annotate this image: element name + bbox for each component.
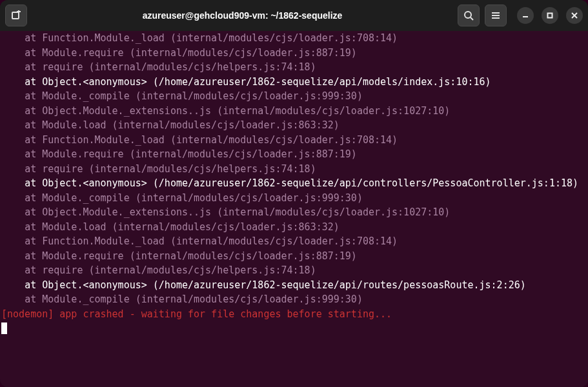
stack-trace-line: at Module._compile (internal/modules/cjs…	[1, 90, 363, 102]
window-controls	[517, 7, 583, 24]
svg-rect-9	[548, 14, 553, 18]
stack-trace-line: at require (internal/modules/cjs/helpers…	[1, 61, 316, 73]
stack-trace-line: at Module._compile (internal/modules/cjs…	[1, 293, 363, 305]
stack-trace-line: at Object.<anonymous> (/home/azureuser/1…	[1, 177, 578, 189]
nodemon-crash-line: [nodemon] app crashed - waiting for file…	[1, 308, 392, 320]
stack-trace-line: at Object.Module._extensions..js (intern…	[1, 206, 450, 218]
stack-trace-line: at Object.Module._extensions..js (intern…	[1, 105, 450, 117]
svg-line-4	[471, 17, 473, 20]
stack-trace-line: at Module.require (internal/modules/cjs/…	[1, 250, 357, 262]
stack-trace-line: at Object.<anonymous> (/home/azureuser/1…	[1, 76, 491, 88]
titlebar: azureuser@gehcloud909-vm: ~/1862-sequeli…	[0, 0, 588, 31]
stack-trace-line: at Module.require (internal/modules/cjs/…	[1, 47, 357, 59]
search-button[interactable]	[458, 5, 480, 26]
window-title: azureuser@gehcloud909-vm: ~/1862-sequeli…	[32, 10, 452, 21]
stack-trace-line: at Module.load (internal/modules/cjs/loa…	[1, 221, 340, 233]
stack-trace-line: at Function.Module._load (internal/modul…	[1, 32, 398, 44]
stack-trace-line: at Module._compile (internal/modules/cjs…	[1, 192, 363, 204]
minimize-button[interactable]	[517, 7, 534, 24]
maximize-button[interactable]	[542, 7, 558, 24]
stack-trace-line: at require (internal/modules/cjs/helpers…	[1, 264, 316, 276]
stack-trace-line: at Object.<anonymous> (/home/azureuser/1…	[1, 279, 526, 291]
stack-trace-line: at Module.load (internal/modules/cjs/loa…	[1, 119, 340, 131]
svg-rect-0	[12, 12, 19, 19]
terminal-cursor	[1, 322, 7, 334]
stack-trace-line: at Function.Module._load (internal/modul…	[1, 134, 398, 146]
stack-trace-line: at Function.Module._load (internal/modul…	[1, 235, 398, 247]
stack-trace-line: at require (internal/modules/cjs/helpers…	[1, 163, 316, 175]
terminal-output[interactable]: at Function.Module._load (internal/modul…	[0, 31, 588, 387]
terminal-window: azureuser@gehcloud909-vm: ~/1862-sequeli…	[0, 0, 588, 387]
close-button[interactable]	[566, 7, 583, 24]
stack-trace-line: at Module.require (internal/modules/cjs/…	[1, 148, 357, 160]
svg-point-3	[465, 12, 471, 18]
new-tab-button[interactable]	[5, 5, 27, 26]
hamburger-menu-button[interactable]	[485, 5, 507, 26]
